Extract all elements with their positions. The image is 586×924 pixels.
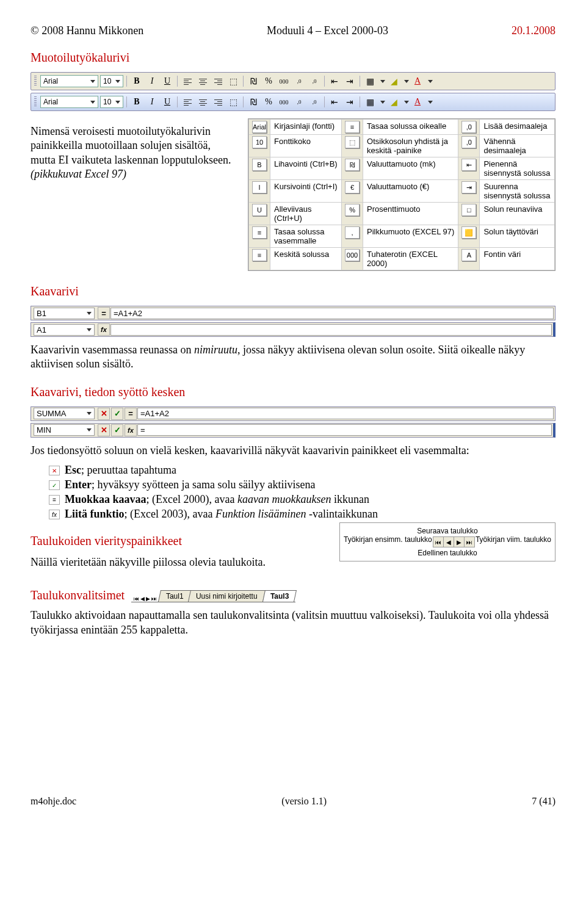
currency-icon[interactable]: ₪	[247, 74, 260, 88]
heading-kaavarivi: Kaavarivi	[31, 284, 555, 298]
name-box[interactable]: A1	[34, 324, 95, 336]
cancel-button[interactable]: ✕	[98, 424, 110, 436]
percent-icon[interactable]: %	[262, 74, 275, 88]
underline-button[interactable]: U	[161, 95, 174, 109]
heading-taulukonvalitsimet: Taulukonvalitsimet	[31, 588, 125, 602]
merge-center-icon[interactable]: ⬚	[226, 95, 240, 109]
name-box[interactable]: SUMMA	[34, 408, 95, 419]
thousands-icon[interactable]: 000	[277, 74, 291, 88]
thousands-icon[interactable]: 000	[277, 95, 291, 109]
edit-formula-button[interactable]: =	[98, 307, 110, 319]
table-row: 10Fonttikoko⬚Otsikkosolun yhdistä ja kes…	[249, 135, 555, 157]
border-dropdown[interactable]	[380, 80, 385, 83]
table-row: UAlleviivaus (Ctrl+U)%Prosenttimuoto□Sol…	[249, 203, 555, 225]
formula-bar-b1: B1 = =A1+A2	[31, 306, 555, 320]
bullet-esc: ✕ Esc; peruuttaa tapahtuma	[49, 464, 555, 477]
font-size-box[interactable]: 10	[100, 96, 123, 108]
fontcolor-dropdown[interactable]	[428, 101, 433, 104]
sheet-tab-2[interactable]: Uusi nimi kirjoitettu	[188, 590, 266, 602]
fx-icon: fx	[49, 510, 60, 519]
enter-icon: ✓	[49, 480, 60, 490]
diag-left: Työkirjan ensimm. taulukko	[344, 535, 432, 549]
section1-paragraph: Nimensä veroisesti muotoilutyökalurivin …	[31, 125, 238, 182]
italic-button[interactable]: I	[145, 74, 159, 88]
increase-decimal-icon[interactable]: ,0	[292, 95, 306, 109]
icon-reference-table: ArialKirjasinlaji (fontti)≡Tasaa solussa…	[248, 118, 555, 271]
align-center-icon[interactable]	[196, 95, 209, 109]
fill-dropdown[interactable]	[404, 101, 409, 104]
formula-input[interactable]: =A1+A2	[110, 308, 554, 319]
align-left-icon[interactable]	[181, 95, 194, 109]
font-color-icon[interactable]: A	[411, 74, 424, 88]
increase-decimal-icon[interactable]: ,0	[292, 74, 306, 88]
table-row: IKursivointi (Ctrl+I)€Valuuttamuoto (€)⇥…	[249, 180, 555, 203]
header-center: Moduuli 4 – Excel 2000-03	[267, 24, 388, 37]
fx-button[interactable]: fx	[125, 424, 137, 436]
border-dropdown[interactable]	[380, 101, 385, 104]
sheet-scroll-buttons[interactable]: ⏮◀▶⏭	[433, 536, 475, 547]
increase-indent-icon[interactable]: ⇥	[343, 95, 356, 109]
currency-icon[interactable]: ₪	[247, 95, 260, 109]
fill-dropdown[interactable]	[404, 80, 409, 83]
formula-bar-min: MIN ✕ ✓ fx =	[31, 423, 555, 438]
border-icon[interactable]: ▦	[363, 74, 377, 88]
decrease-indent-icon[interactable]: ⇤	[328, 74, 341, 88]
toolbar-grip[interactable]	[34, 96, 37, 107]
enter-button[interactable]: ✓	[111, 408, 123, 420]
header-right: 20.1.2008	[512, 24, 555, 37]
edit-formula-icon: =	[49, 495, 60, 505]
esc-icon: ✕	[49, 466, 60, 475]
diag-bottom: Edellinen taulukko	[344, 549, 551, 557]
decrease-decimal-icon[interactable]: ,0	[308, 74, 321, 88]
fontcolor-dropdown[interactable]	[428, 80, 433, 83]
italic-button[interactable]: I	[145, 95, 159, 109]
formula-input[interactable]	[110, 324, 552, 336]
toolbar-grip[interactable]	[34, 76, 37, 87]
font-name-box[interactable]: Arial	[40, 75, 98, 87]
sheet-tab-1[interactable]: Taul1	[158, 590, 192, 602]
border-icon[interactable]: ▦	[363, 95, 377, 109]
formula-input[interactable]: =	[137, 424, 552, 436]
fx-button[interactable]: fx	[98, 323, 110, 336]
bullet-liita: fx Liitä funktio; (Excel 2003), avaa Fun…	[49, 508, 555, 521]
heading-muotoilutyokalurivi: Muotoilutyökalurivi	[31, 51, 555, 65]
underline-button[interactable]: U	[161, 74, 174, 88]
prev-sheet-icon: ◀	[444, 537, 454, 547]
footer-center: (versio 1.1)	[281, 796, 327, 807]
heading-kaavarivi-kesken: Kaavarivi, tiedon syöttö kesken	[31, 385, 555, 399]
decrease-indent-icon[interactable]: ⇤	[328, 95, 341, 109]
format-toolbar-2003: Arial 10 B I U ⬚ ₪ % 000 ,0 ,0 ⇤ ⇥ ▦ ◢ A	[31, 93, 555, 111]
bold-button[interactable]: B	[130, 95, 143, 109]
formula-input[interactable]: =A1+A2	[137, 408, 554, 419]
last-sheet-icon: ⏭	[465, 537, 474, 547]
sheet-tab-3[interactable]: Taul3	[262, 590, 297, 602]
enter-button[interactable]: ✓	[111, 424, 123, 436]
fill-color-icon[interactable]: ◢	[387, 74, 400, 88]
percent-icon[interactable]: %	[262, 95, 275, 109]
merge-center-icon[interactable]: ⬚	[226, 74, 240, 88]
font-name-box[interactable]: Arial	[40, 96, 98, 108]
formula-bar-summa: SUMMA ✕ ✓ = =A1+A2	[31, 406, 555, 421]
font-size-box[interactable]: 10	[100, 75, 123, 87]
table-row: ArialKirjasinlaji (fontti)≡Tasaa solussa…	[249, 120, 555, 135]
table-row: BLihavointi (Ctrl+B)₪Valuuttamuoto (mk)⇤…	[249, 157, 555, 180]
increase-indent-icon[interactable]: ⇥	[343, 74, 356, 88]
cancel-button[interactable]: ✕	[98, 408, 110, 420]
decrease-decimal-icon[interactable]: ,0	[308, 95, 321, 109]
format-toolbar-97: Arial 10 B I U ⬚ ₪ % 000 ,0 ,0 ⇤ ⇥ ▦ ◢ A	[31, 72, 555, 90]
align-right-icon[interactable]	[211, 95, 225, 109]
font-color-icon[interactable]: A	[411, 95, 424, 109]
section2-paragraph: Kaavarivin vasemmassa reunassa on nimiru…	[31, 343, 555, 372]
align-right-icon[interactable]	[211, 74, 225, 88]
sheet-scroll-mini[interactable]: ⏮◀▶⏭	[131, 596, 160, 602]
sheet-tabs: ⏮◀▶⏭ Taul1 Uusi nimi kirjoitettu Taul3	[131, 590, 296, 602]
diag-right: Työkirjan viim. taulukko	[476, 535, 551, 549]
align-left-icon[interactable]	[181, 74, 194, 88]
name-box[interactable]: B1	[34, 308, 95, 319]
name-box[interactable]: MIN	[34, 424, 95, 436]
align-center-icon[interactable]	[196, 74, 209, 88]
fill-color-icon[interactable]: ◢	[387, 95, 400, 109]
diag-top: Seuraava taulukko	[344, 527, 551, 535]
bold-button[interactable]: B	[130, 74, 143, 88]
edit-formula-button[interactable]: =	[125, 408, 137, 420]
